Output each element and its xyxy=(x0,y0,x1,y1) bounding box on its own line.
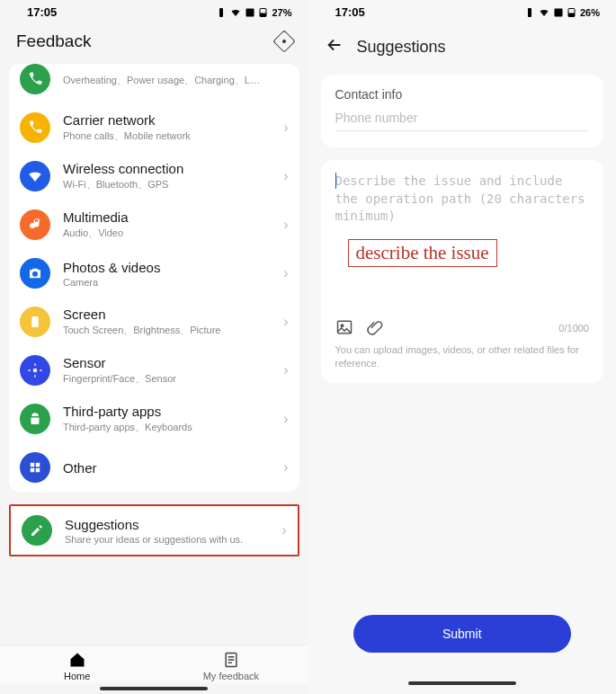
char-counter: 0/1000 xyxy=(558,323,589,334)
item-sub: Share your ideas or suggestions with us. xyxy=(65,534,276,545)
item-sub: Third-party apps、Keyboards xyxy=(63,421,278,434)
bottom-nav: Home My feedback xyxy=(0,645,308,683)
status-bar-right: 17:05 26% xyxy=(308,0,617,22)
header-right: Suggestions xyxy=(308,22,617,75)
list-item-thirdparty[interactable]: Third-party apps Third-party apps、Keyboa… xyxy=(9,395,299,443)
svg-rect-6 xyxy=(31,463,35,467)
music-icon xyxy=(20,209,50,240)
contact-card: Contact info xyxy=(321,75,604,147)
list-item-multimedia[interactable]: Multimedia Audio、Video › xyxy=(9,200,299,249)
describe-input[interactable] xyxy=(335,173,590,227)
screen-icon xyxy=(20,307,50,337)
list-item-other[interactable]: Other › xyxy=(9,443,299,492)
item-title: Third-party apps xyxy=(63,404,278,419)
grid-icon xyxy=(20,452,50,483)
chevron-right-icon: › xyxy=(278,265,288,281)
camera-icon xyxy=(20,258,50,289)
settings-icon[interactable] xyxy=(276,33,292,49)
describe-annotation: describe the issue xyxy=(348,239,497,267)
chevron-right-icon: › xyxy=(278,411,288,427)
svg-rect-1 xyxy=(246,8,254,16)
back-icon[interactable] xyxy=(325,35,344,58)
text-cursor xyxy=(335,173,337,189)
home-indicator xyxy=(100,687,208,690)
phone-icon xyxy=(20,112,50,143)
item-title: Photos & videos xyxy=(63,260,278,275)
list-item-photos[interactable]: Photos & videos Camera › xyxy=(9,249,299,298)
svg-rect-11 xyxy=(528,8,531,17)
image-attach-icon[interactable] xyxy=(335,318,353,338)
file-attach-icon[interactable] xyxy=(366,318,384,338)
item-sub: Touch Screen、Brightness、Picture xyxy=(63,324,278,337)
svg-point-16 xyxy=(341,325,344,327)
list-item-wireless[interactable]: Wireless connection Wi-Fi、Bluetooth、GPS … xyxy=(9,152,299,200)
list-item-carrier[interactable]: Carrier network Phone calls、Mobile netwo… xyxy=(9,103,299,152)
nav-label: My feedback xyxy=(203,671,259,681)
item-title: Screen xyxy=(63,307,278,322)
nav-my-feedback[interactable]: My feedback xyxy=(154,651,308,681)
phone-heat-icon xyxy=(20,64,50,94)
page-title: Feedback xyxy=(16,31,91,51)
svg-rect-14 xyxy=(568,13,574,16)
upload-note: You can upload images, videos, or other … xyxy=(335,343,590,370)
item-sub: Overheating、Power usage、Charging、L… xyxy=(63,74,289,87)
time: 17:05 xyxy=(27,5,57,19)
time: 17:05 xyxy=(335,5,365,19)
home-indicator xyxy=(408,681,516,685)
nav-home[interactable]: Home xyxy=(0,651,154,681)
describe-card: describe the issue 0/1000 You can upload… xyxy=(321,160,604,383)
android-icon xyxy=(20,404,50,434)
svg-point-5 xyxy=(33,369,38,373)
nav-label: Home xyxy=(64,671,90,681)
chevron-right-icon: › xyxy=(276,522,286,538)
svg-rect-9 xyxy=(36,468,40,473)
item-sub: Camera xyxy=(63,277,278,288)
svg-rect-4 xyxy=(31,316,39,327)
chevron-right-icon: › xyxy=(278,217,288,233)
chevron-right-icon: › xyxy=(278,459,288,476)
item-title: Other xyxy=(63,460,278,476)
phone-input[interactable] xyxy=(335,109,590,131)
svg-rect-0 xyxy=(219,8,223,17)
item-sub: Phone calls、Mobile network xyxy=(63,129,278,143)
list-item-screen[interactable]: Screen Touch Screen、Brightness、Picture › xyxy=(9,298,299,346)
svg-rect-7 xyxy=(36,463,40,467)
chevron-right-icon: › xyxy=(278,120,288,136)
submit-button[interactable]: Submit xyxy=(353,615,572,653)
item-title: Sensor xyxy=(63,355,278,370)
suggestions-row[interactable]: Suggestions Share your ideas or suggesti… xyxy=(11,506,298,555)
svg-rect-8 xyxy=(31,468,35,473)
contact-label: Contact info xyxy=(335,87,590,102)
list-item-cutoff[interactable]: Overheating、Power usage、Charging、L… xyxy=(9,64,299,103)
item-sub: Fingerprint/Face、Sensor xyxy=(63,372,278,386)
status-icons: 26% xyxy=(524,7,600,18)
edit-icon xyxy=(22,515,52,546)
chevron-right-icon: › xyxy=(278,168,288,184)
status-bar-left: 17:05 27% xyxy=(0,0,308,22)
item-title: Carrier network xyxy=(63,112,278,128)
page-title: Suggestions xyxy=(357,38,446,57)
svg-rect-3 xyxy=(261,13,266,16)
item-title: Suggestions xyxy=(65,517,276,532)
item-title: Multimedia xyxy=(63,209,278,225)
chevron-right-icon: › xyxy=(278,362,288,378)
wifi-icon xyxy=(20,161,50,191)
item-sub: Wi-Fi、Bluetooth、GPS xyxy=(63,178,278,191)
list-item-sensor[interactable]: Sensor Fingerprint/Face、Sensor › xyxy=(9,346,299,395)
item-sub: Audio、Video xyxy=(63,227,278,240)
status-icons: 27% xyxy=(216,7,291,18)
svg-rect-12 xyxy=(554,8,562,16)
chevron-right-icon: › xyxy=(278,314,288,330)
sensor-icon xyxy=(20,355,50,386)
header-left: Feedback xyxy=(0,22,308,64)
item-title: Wireless connection xyxy=(63,161,278,176)
